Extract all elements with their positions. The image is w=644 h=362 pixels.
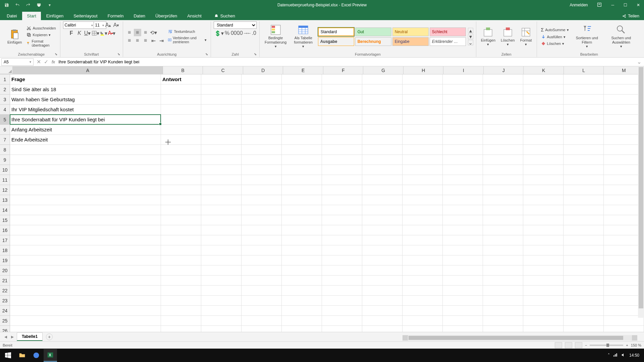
cell-K13[interactable]	[523, 195, 564, 205]
row-header-25[interactable]: 25	[0, 316, 10, 326]
cell-E6[interactable]	[282, 125, 322, 135]
cell-B6[interactable]	[161, 125, 201, 135]
cell-L10[interactable]	[564, 165, 604, 175]
cell-L1[interactable]	[564, 74, 604, 84]
cell-J22[interactable]	[483, 286, 523, 296]
save-button[interactable]	[3, 1, 11, 9]
cell-L24[interactable]	[564, 306, 604, 316]
cell-J26[interactable]	[483, 326, 523, 332]
cell-F10[interactable]	[322, 165, 362, 175]
cell-C14[interactable]	[201, 205, 241, 215]
percent-format-button[interactable]: %	[223, 29, 231, 37]
cell-C12[interactable]	[201, 185, 241, 195]
cell-F9[interactable]	[322, 155, 362, 165]
enter-formula-button[interactable]: ✓	[42, 58, 50, 66]
cell-I9[interactable]	[443, 155, 483, 165]
row-header-1[interactable]: 1	[0, 74, 10, 84]
add-sheet-button[interactable]: +	[46, 334, 53, 340]
row-header-20[interactable]: 20	[0, 265, 10, 276]
cell-A23[interactable]	[10, 296, 161, 306]
cell-H2[interactable]	[402, 84, 443, 95]
cell-B15[interactable]	[161, 215, 201, 225]
cancel-formula-button[interactable]: ✕	[35, 58, 42, 66]
signin-button[interactable]: Anmelden	[566, 1, 592, 9]
cell-F13[interactable]	[322, 195, 362, 205]
cell-style-eingabe[interactable]: Eingabe	[392, 37, 429, 46]
cell-C2[interactable]	[201, 84, 241, 95]
view-normal-button[interactable]	[555, 342, 562, 348]
hscroll-left[interactable]	[402, 335, 408, 341]
cell-C3[interactable]	[201, 95, 241, 105]
col-header-I[interactable]: I	[443, 66, 484, 74]
tray-expand-icon[interactable]: ˄	[608, 353, 610, 358]
cell-C1[interactable]	[201, 74, 241, 84]
cell-K26[interactable]	[523, 326, 564, 332]
zoom-out-button[interactable]: −	[585, 343, 587, 347]
cell-H24[interactable]	[402, 306, 443, 316]
cell-D11[interactable]	[241, 175, 282, 185]
cell-K20[interactable]	[523, 265, 564, 276]
taskbar-excel[interactable]: X	[44, 349, 57, 362]
cell-J7[interactable]	[483, 135, 523, 145]
align-launcher[interactable]: ⬊	[205, 52, 208, 56]
cell-E2[interactable]	[282, 84, 322, 95]
cell-B17[interactable]	[161, 235, 201, 245]
cell-E16[interactable]	[282, 225, 322, 235]
cell-K4[interactable]	[523, 105, 564, 115]
row-header-9[interactable]: 9	[0, 155, 10, 165]
cell-D15[interactable]	[241, 215, 282, 225]
cell-G19[interactable]	[362, 255, 402, 265]
delete-cells-button[interactable]: Löschen▾	[499, 26, 517, 47]
cell-I1[interactable]	[443, 74, 483, 84]
cell-A1[interactable]: Frage	[10, 74, 161, 84]
cell-C9[interactable]	[201, 155, 241, 165]
cell-D16[interactable]	[241, 225, 282, 235]
horizontal-scrollbar[interactable]	[402, 335, 637, 341]
cell-E22[interactable]	[282, 286, 322, 296]
cell-B20[interactable]	[161, 265, 201, 276]
cell-E12[interactable]	[282, 185, 322, 195]
row-header-6[interactable]: 6	[0, 125, 10, 135]
cell-B2[interactable]	[161, 84, 201, 95]
cell-K19[interactable]	[523, 255, 564, 265]
col-header-L[interactable]: L	[564, 66, 604, 74]
cell-C15[interactable]	[201, 215, 241, 225]
cell-J18[interactable]	[483, 245, 523, 255]
cell-H5[interactable]	[402, 115, 443, 125]
format-painter-button[interactable]: Format übertragen	[25, 39, 57, 48]
expand-formula-bar[interactable]: ⌄	[635, 58, 643, 66]
cell-E17[interactable]	[282, 235, 322, 245]
align-middle-button[interactable]: ≡	[134, 29, 141, 36]
cell-H21[interactable]	[402, 276, 443, 286]
cell-D23[interactable]	[241, 296, 282, 306]
cell-style-berechnung[interactable]: Berechnung	[355, 37, 391, 46]
cell-B19[interactable]	[161, 255, 201, 265]
cell-K15[interactable]	[523, 215, 564, 225]
cell-L16[interactable]	[564, 225, 604, 235]
cell-K12[interactable]	[523, 185, 564, 195]
cell-J24[interactable]	[483, 306, 523, 316]
cell-I8[interactable]	[443, 145, 483, 155]
borders-button[interactable]: ▾	[92, 29, 99, 37]
cell-H11[interactable]	[402, 175, 443, 185]
cell-G22[interactable]	[362, 286, 402, 296]
cell-H23[interactable]	[402, 296, 443, 306]
cell-B4[interactable]	[161, 105, 201, 115]
bold-button[interactable]: F	[68, 29, 75, 37]
cell-E9[interactable]	[282, 155, 322, 165]
align-top-button[interactable]: ≡	[126, 29, 133, 36]
cell-G1[interactable]	[362, 74, 402, 84]
cell-H10[interactable]	[402, 165, 443, 175]
cell-L20[interactable]	[564, 265, 604, 276]
cell-J8[interactable]	[483, 145, 523, 155]
cell-C24[interactable]	[201, 306, 241, 316]
cell-L11[interactable]	[564, 175, 604, 185]
cell-G21[interactable]	[362, 276, 402, 286]
cell-I26[interactable]	[443, 326, 483, 332]
cell-D4[interactable]	[241, 105, 282, 115]
cell-F17[interactable]	[322, 235, 362, 245]
cell-H1[interactable]	[402, 74, 443, 84]
share-button[interactable]: Teilen	[617, 12, 644, 20]
number-format-select[interactable]: Standard	[214, 21, 257, 29]
cell-L13[interactable]	[564, 195, 604, 205]
